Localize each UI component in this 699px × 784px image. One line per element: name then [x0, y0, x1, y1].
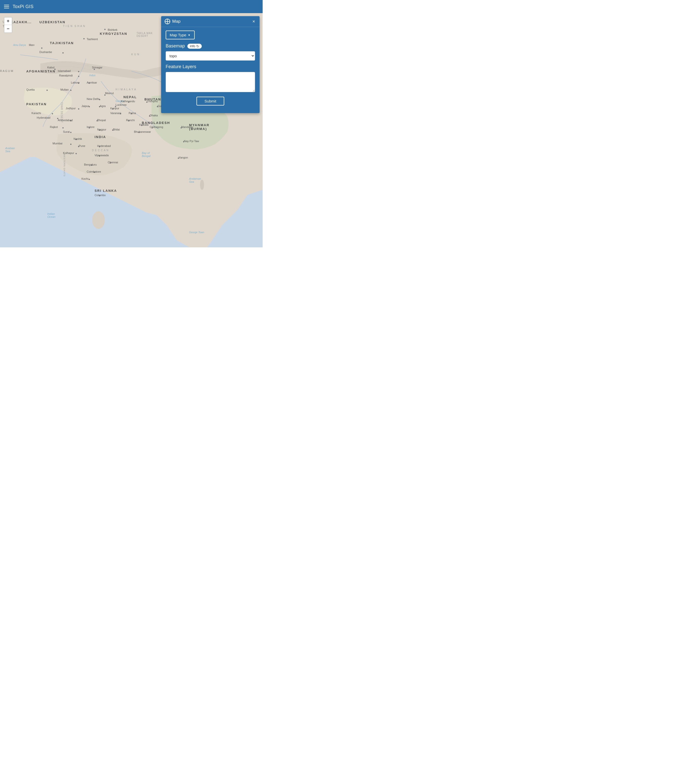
submit-button[interactable]: Submit	[197, 97, 225, 106]
app-header: ToxPi GIS	[0, 0, 263, 13]
basemap-select[interactable]: topo streets satellite hybrid terrain os…	[166, 51, 255, 61]
basemap-row: Basemap info ↻	[166, 43, 255, 49]
chevron-down-icon: ▼	[188, 33, 190, 36]
basemap-label: Basemap	[166, 43, 185, 49]
panel-header: Map ×	[161, 16, 260, 27]
info-text: info	[190, 44, 195, 48]
feature-layers-textarea[interactable]	[166, 72, 255, 92]
zoom-in-button[interactable]: +	[4, 17, 12, 25]
app-title: ToxPi GIS	[13, 4, 33, 9]
panel-title-group: Map	[165, 19, 181, 24]
info-badge[interactable]: info ↻	[187, 44, 202, 49]
map-panel: Map × Map Type ▼ Basemap info ↻ topo str	[161, 16, 260, 113]
feature-layers-label: Feature Layers	[166, 64, 255, 69]
panel-body: Map Type ▼ Basemap info ↻ topo streets s…	[161, 27, 260, 109]
map-type-button[interactable]: Map Type ▼	[166, 31, 195, 40]
globe-icon	[165, 19, 170, 24]
hamburger-menu[interactable]	[4, 5, 9, 8]
panel-close-button[interactable]: ×	[251, 19, 256, 24]
map-container[interactable]: KYRGYZSTAN TAJIKISTAN AFGHANISTAN PAKIST…	[0, 13, 263, 247]
svg-point-2	[200, 180, 204, 190]
zoom-controls: + −	[4, 17, 12, 33]
map-type-label: Map Type	[170, 33, 186, 37]
refresh-icon: ↻	[196, 44, 199, 48]
panel-title: Map	[172, 19, 181, 24]
zoom-out-button[interactable]: −	[4, 25, 12, 33]
svg-point-1	[92, 211, 105, 229]
